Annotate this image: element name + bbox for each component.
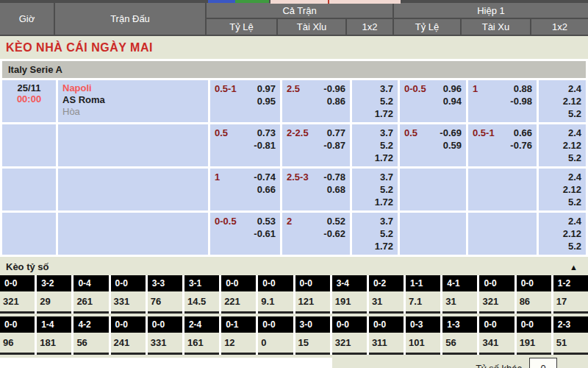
h1-1x2-cell[interactable]: 2.4 2.12 5.2 [539, 80, 586, 122]
h1-handicap-cell[interactable] [400, 213, 466, 255]
score-bet-cell[interactable]: 3-1 14.5 [184, 275, 219, 314]
score-odds[interactable]: 29 [37, 291, 71, 311]
score-odds[interactable]: 7.1 [406, 291, 440, 311]
h1-1x2-home[interactable]: 2.4 [568, 215, 581, 227]
score-bet-cell[interactable]: 0-0 191 [517, 316, 551, 355]
h1-overunder-cell[interactable]: 1 0.88 -0.98 [468, 80, 537, 122]
score-bet-cell[interactable]: 0-0 321 [332, 316, 367, 355]
ft-1x2-away[interactable]: 1.72 [375, 196, 393, 208]
h1-1x2-cell[interactable]: 2.4 2.12 5.2 [539, 169, 586, 210]
score-bet-cell[interactable]: 1-3 56 [442, 316, 477, 355]
h1-handicap-odds-home[interactable]: 0.96 [443, 82, 462, 95]
score-odds[interactable]: 191 [332, 291, 367, 311]
score-odds[interactable]: 15 [295, 333, 330, 353]
ft-1x2-cell[interactable]: 3.7 5.2 1.72 [352, 213, 398, 255]
ft-handicap-cell[interactable]: 1 -0.74 0.66 [210, 169, 280, 210]
ft-under-odds[interactable]: -0.62 [323, 227, 345, 240]
ft-1x2-home[interactable]: 3.7 [380, 215, 393, 227]
score-odds[interactable]: 86 [517, 291, 551, 311]
ft-over-odds[interactable]: 0.77 [327, 127, 345, 139]
h1-1x2-home[interactable]: 2.4 [568, 82, 581, 95]
h1-handicap-cell[interactable]: 0-0.5 0.96 0.94 [400, 80, 466, 122]
score-odds[interactable]: 56 [74, 333, 108, 353]
score-bet-cell[interactable]: 3-2 29 [37, 275, 71, 314]
ft-handicap-odds-home[interactable]: 0.73 [257, 127, 276, 139]
h1-overunder-cell[interactable] [468, 169, 537, 210]
ft-overunder-cell[interactable]: 2 0.52 -0.62 [282, 213, 350, 255]
h1-over-odds[interactable]: 0.88 [514, 82, 532, 95]
ft-handicap-odds-away[interactable]: -0.61 [254, 227, 276, 240]
ft-under-odds[interactable]: 0.86 [327, 95, 345, 107]
away-team[interactable]: AS Roma [62, 94, 204, 106]
score-odds[interactable]: 331 [148, 333, 182, 353]
ft-over-odds[interactable]: 0.52 [327, 215, 345, 227]
collapse-arrow-icon[interactable]: ▲ [570, 263, 578, 272]
score-odds[interactable]: 76 [148, 291, 182, 311]
score-bet-cell[interactable]: 0-4 261 [74, 275, 108, 314]
ft-handicap-cell[interactable]: 0.5-1 0.97 0.95 [210, 80, 280, 122]
score-odds[interactable]: 96 [0, 333, 35, 353]
score-odds[interactable]: 31 [369, 291, 404, 311]
h1-1x2-away[interactable]: 5.2 [568, 152, 581, 164]
ft-1x2-away[interactable]: 1.72 [375, 107, 393, 120]
score-odds[interactable]: 0 [258, 333, 293, 353]
score-bet-cell[interactable]: 4-1 31 [442, 275, 477, 314]
score-odds[interactable]: 14.5 [184, 291, 219, 311]
score-bet-cell[interactable]: 4-2 56 [74, 316, 108, 355]
score-bet-cell[interactable]: 2-4 161 [184, 316, 219, 355]
score-bet-cell[interactable]: 1-4 181 [37, 316, 71, 355]
score-bet-cell[interactable]: 0-0 96 [0, 316, 35, 355]
h1-handicap-odds-home[interactable]: -0.69 [440, 127, 462, 139]
ft-handicap-odds-away[interactable]: 0.95 [257, 95, 276, 107]
score-odds[interactable]: 261 [74, 291, 108, 311]
h1-1x2-cell[interactable]: 2.4 2.12 5.2 [539, 213, 586, 255]
score-odds[interactable]: 12 [221, 333, 256, 353]
ft-handicap-odds-away[interactable]: -0.81 [254, 139, 276, 152]
ft-1x2-away[interactable]: 1.72 [375, 152, 393, 164]
score-odds[interactable]: 101 [406, 333, 440, 353]
score-bet-cell[interactable]: 1-1 7.1 [406, 275, 440, 314]
score-bet-cell[interactable]: 3-4 191 [332, 275, 367, 314]
ft-1x2-home[interactable]: 3.7 [380, 82, 393, 95]
ft-handicap-cell[interactable]: 0.5 0.73 -0.81 [210, 124, 280, 166]
score-odds[interactable]: 321 [479, 291, 514, 311]
score-odds[interactable]: 191 [517, 333, 551, 353]
ft-over-odds[interactable]: -0.96 [323, 82, 345, 95]
ft-1x2-home[interactable]: 3.7 [380, 171, 393, 183]
h1-1x2-away[interactable]: 5.2 [568, 196, 581, 208]
score-bet-cell[interactable]: 0-0 86 [517, 275, 551, 314]
score-bet-cell[interactable]: 0-3 101 [406, 316, 440, 355]
h1-handicap-odds-away[interactable]: 0.94 [443, 95, 462, 107]
ft-handicap-odds-home[interactable]: 0.97 [257, 82, 276, 95]
ft-overunder-cell[interactable]: 2.5 -0.96 0.86 [282, 80, 350, 122]
h1-1x2-draw[interactable]: 2.12 [563, 139, 581, 152]
score-bet-cell[interactable]: 3-0 15 [295, 316, 330, 355]
score-bet-cell[interactable]: 0-0 0 [258, 316, 293, 355]
draw-label[interactable]: Hòa [62, 106, 204, 118]
ft-handicap-cell[interactable]: 0-0.5 0.53 -0.61 [210, 213, 280, 255]
score-odds[interactable]: 341 [479, 333, 514, 353]
ft-under-odds[interactable]: 0.68 [327, 183, 345, 196]
ft-handicap-odds-home[interactable]: -0.74 [254, 171, 276, 183]
ft-1x2-draw[interactable]: 5.2 [380, 183, 393, 196]
ft-1x2-draw[interactable]: 5.2 [380, 227, 393, 240]
score-odds[interactable]: 321 [0, 291, 35, 311]
score-odds[interactable]: 221 [221, 291, 256, 311]
h1-handicap-cell[interactable] [400, 169, 466, 210]
score-odds[interactable]: 161 [184, 333, 219, 353]
score-bet-cell[interactable]: 3-3 76 [148, 275, 182, 314]
score-bet-cell[interactable]: 0-0 331 [148, 316, 182, 355]
ft-1x2-draw[interactable]: 5.2 [380, 139, 393, 152]
score-odds[interactable]: 31 [442, 291, 477, 311]
score-odds[interactable]: 121 [295, 291, 330, 311]
score-odds[interactable]: 311 [369, 333, 404, 353]
score-bet-cell[interactable]: 0-0 311 [369, 316, 404, 355]
score-bet-cell[interactable]: 0-0 121 [295, 275, 330, 314]
ft-handicap-odds-home[interactable]: 0.53 [257, 215, 276, 227]
h1-under-odds[interactable]: -0.98 [510, 95, 532, 107]
ft-1x2-cell[interactable]: 3.7 5.2 1.72 [352, 169, 398, 210]
ft-overunder-cell[interactable]: 2-2.5 0.77 -0.87 [282, 124, 350, 166]
h1-under-odds[interactable]: -0.76 [510, 139, 532, 152]
h1-handicap-cell[interactable]: 0.5 -0.69 0.59 [400, 124, 466, 166]
other-score-input[interactable]: 0 [529, 358, 557, 368]
